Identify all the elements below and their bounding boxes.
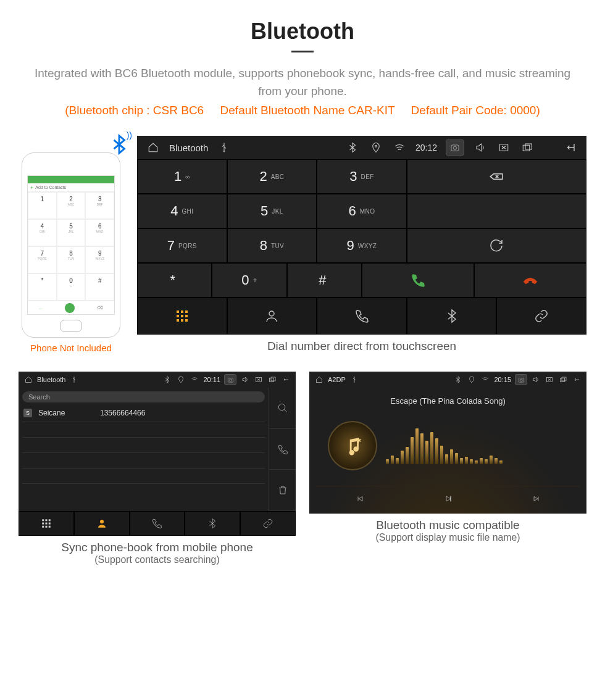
svg-rect-13 <box>181 319 183 322</box>
usb-icon <box>217 140 232 155</box>
close-app-icon[interactable] <box>254 375 264 385</box>
tab-keypad[interactable] <box>19 511 74 536</box>
svg-rect-26 <box>45 523 47 525</box>
screenshot-icon[interactable] <box>446 140 464 156</box>
back-icon[interactable] <box>281 375 291 385</box>
close-app-icon[interactable] <box>544 375 554 385</box>
svg-rect-5 <box>525 144 532 149</box>
key-1[interactable]: 1∞ <box>137 159 227 194</box>
key-5[interactable]: 5JKL <box>227 194 317 228</box>
contacts-caption: Sync phone-book from mobile phone(Suppor… <box>19 541 296 565</box>
volume-icon[interactable] <box>240 375 250 385</box>
svg-rect-23 <box>45 519 47 521</box>
volume-icon[interactable] <box>531 375 541 385</box>
tab-keypad[interactable] <box>137 298 227 335</box>
key-star[interactable]: * <box>137 263 212 298</box>
svg-rect-1 <box>451 145 459 151</box>
recent-apps-icon[interactable] <box>520 140 535 155</box>
key-hash[interactable]: # <box>287 263 362 298</box>
svg-point-0 <box>375 145 377 147</box>
app-title: Bluetooth <box>169 143 208 153</box>
key-2[interactable]: 2ABC <box>227 159 317 194</box>
screenshot-icon[interactable] <box>224 374 236 385</box>
wifi-icon <box>190 375 199 385</box>
recent-apps-icon[interactable] <box>558 375 568 385</box>
app-title: Bluetooth <box>37 376 65 383</box>
refresh-button[interactable] <box>407 228 586 263</box>
svg-point-21 <box>278 404 285 410</box>
search-button[interactable] <box>269 388 296 429</box>
svg-point-15 <box>269 311 274 316</box>
wifi-icon <box>480 375 490 385</box>
svg-rect-8 <box>185 310 188 313</box>
wifi-icon <box>392 140 407 155</box>
svg-rect-14 <box>185 319 188 322</box>
key-0[interactable]: 0+ <box>212 263 286 298</box>
back-icon[interactable] <box>563 140 578 155</box>
svg-rect-36 <box>562 377 566 381</box>
key-8[interactable]: 8TUV <box>227 228 317 263</box>
svg-rect-27 <box>49 523 51 525</box>
svg-rect-25 <box>42 523 44 525</box>
search-input[interactable]: Search <box>22 391 265 402</box>
contact-row[interactable]: S Seicane 13566664466 <box>22 406 265 420</box>
location-icon <box>467 375 477 385</box>
svg-rect-24 <box>49 519 51 521</box>
svg-rect-30 <box>49 526 51 528</box>
key-7[interactable]: 7PQRS <box>137 228 227 263</box>
key-3[interactable]: 3DEF <box>317 159 407 194</box>
tab-calls[interactable] <box>317 298 407 335</box>
end-call-button[interactable] <box>474 263 586 298</box>
close-app-icon[interactable] <box>496 140 511 155</box>
phone-note: Phone Not Included <box>19 343 123 353</box>
svg-point-2 <box>453 146 456 149</box>
tab-bluetooth[interactable] <box>185 511 240 536</box>
svg-rect-11 <box>185 315 188 317</box>
tab-calls[interactable] <box>130 511 185 536</box>
music-caption: Bluetooth music compatible(Support displ… <box>309 519 586 543</box>
back-icon[interactable] <box>572 375 582 385</box>
backspace-button[interactable] <box>407 159 586 194</box>
music-screen: A2DP 20:15 Escape (The Pina Colada Song) <box>309 372 586 514</box>
svg-rect-7 <box>181 310 183 313</box>
contact-initial: S <box>23 409 32 417</box>
title-separator <box>291 51 314 52</box>
key-9[interactable]: 9WXYZ <box>317 228 407 263</box>
volume-icon[interactable] <box>473 140 488 155</box>
call-button[interactable] <box>362 263 474 298</box>
tab-pair[interactable] <box>240 511 296 536</box>
key-4[interactable]: 4GHI <box>137 194 227 228</box>
album-art-icon: ✱ <box>328 421 377 470</box>
next-button[interactable] <box>528 490 545 507</box>
app-title: A2DP <box>328 376 346 383</box>
call-button[interactable] <box>269 429 296 470</box>
location-icon <box>369 140 383 155</box>
delete-button[interactable] <box>269 470 296 511</box>
visualizer <box>386 427 568 464</box>
recent-apps-icon[interactable] <box>267 375 277 385</box>
prev-button[interactable] <box>351 490 369 507</box>
svg-rect-28 <box>42 526 44 528</box>
dialer-caption: Dial number direct from touchscreen <box>137 340 586 353</box>
svg-rect-9 <box>177 315 179 317</box>
page-description: Integrated with BC6 Bluetooth module, su… <box>19 65 586 100</box>
svg-rect-22 <box>42 519 44 521</box>
svg-rect-10 <box>181 315 183 317</box>
usb-icon <box>69 375 79 385</box>
tab-pair[interactable] <box>496 298 586 335</box>
bluetooth-status-icon <box>453 375 463 385</box>
empty <box>407 194 586 228</box>
key-6[interactable]: 6MNO <box>317 194 407 228</box>
tab-contacts[interactable] <box>74 511 130 536</box>
play-button[interactable] <box>440 490 457 507</box>
svg-rect-16 <box>228 378 233 381</box>
svg-rect-20 <box>271 377 275 381</box>
screenshot-icon[interactable] <box>515 374 527 385</box>
home-icon[interactable] <box>314 375 324 385</box>
home-icon[interactable] <box>23 375 33 385</box>
dialer-screen: Bluetooth 20:12 1∞2ABC3DEF4GHI5JKL6MNO7P… <box>137 136 586 335</box>
tab-contacts[interactable] <box>227 298 317 335</box>
home-icon[interactable] <box>146 140 161 155</box>
tab-bluetooth[interactable] <box>407 298 497 335</box>
contacts-screen: Bluetooth 20:11 Search <box>19 372 296 536</box>
